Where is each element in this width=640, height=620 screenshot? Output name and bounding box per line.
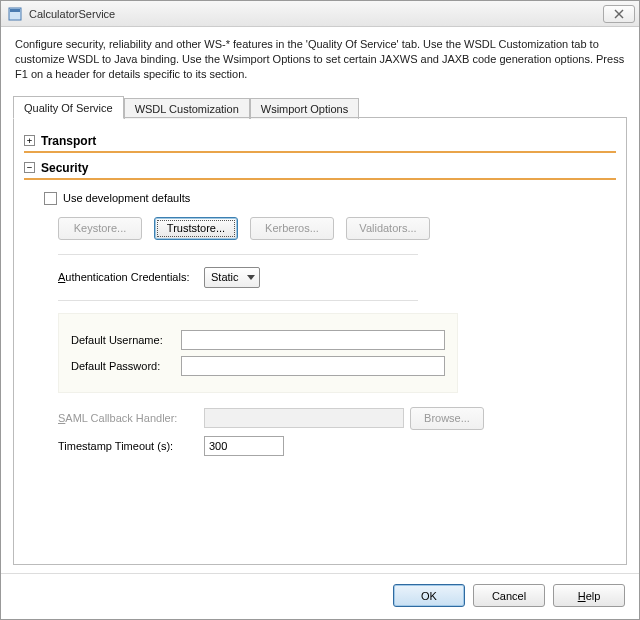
tab-quality-of-service[interactable]: Quality Of Service (13, 96, 124, 119)
section-transport-header[interactable]: + Transport (24, 134, 616, 148)
credentials-box: Default Username: Default Password: (58, 313, 458, 393)
section-transport-title: Transport (41, 134, 96, 148)
ok-button[interactable]: OK (393, 584, 465, 607)
tab-wsimport-options[interactable]: Wsimport Options (250, 98, 359, 119)
default-username-input[interactable] (181, 330, 445, 350)
auth-credentials-label: Authentication Credentials: (58, 271, 198, 283)
cancel-button[interactable]: Cancel (473, 584, 545, 607)
default-username-label: Default Username: (71, 334, 175, 346)
section-security-title: Security (41, 161, 88, 175)
close-icon (613, 9, 625, 19)
validators-button[interactable]: Validators... (346, 217, 430, 240)
app-icon (7, 6, 23, 22)
dialog-footer: OK Cancel Help (1, 573, 639, 619)
window-title: CalculatorService (29, 8, 115, 20)
timeout-input[interactable] (204, 436, 284, 456)
use-defaults-label: Use development defaults (63, 192, 190, 204)
auth-credentials-group: Authentication Credentials: Static (58, 254, 418, 301)
titlebar: CalculatorService (1, 1, 639, 27)
tab-panel: + Transport − Security Use development d… (13, 118, 627, 565)
close-button[interactable] (603, 5, 635, 23)
help-button[interactable]: Help (553, 584, 625, 607)
collapse-icon[interactable]: − (24, 162, 35, 173)
tab-wsdl-customization[interactable]: WSDL Customization (124, 98, 250, 119)
default-password-label: Default Password: (71, 360, 175, 372)
divider (24, 178, 616, 180)
security-buttons-row: Keystore... Truststore... Kerberos... Va… (58, 217, 610, 240)
dialog: CalculatorService Configure security, re… (0, 0, 640, 620)
browse-button[interactable]: Browse... (410, 407, 484, 430)
timeout-label: Timestamp Timeout (s): (58, 440, 198, 452)
auth-credentials-value: Static (211, 271, 239, 283)
svg-rect-1 (10, 9, 20, 12)
auth-credentials-select[interactable]: Static (204, 267, 260, 288)
saml-label: SAML Callback Handler: (58, 412, 198, 424)
keystore-button[interactable]: Keystore... (58, 217, 142, 240)
saml-row: SAML Callback Handler: Browse... (58, 407, 610, 430)
use-defaults-row: Use development defaults (44, 192, 610, 205)
tab-bar: Quality Of Service WSDL Customization Ws… (1, 94, 639, 118)
divider (24, 151, 616, 153)
section-security-header[interactable]: − Security (24, 161, 616, 175)
expand-icon[interactable]: + (24, 135, 35, 146)
kerberos-button[interactable]: Kerberos... (250, 217, 334, 240)
description-text: Configure security, reliability and othe… (1, 27, 639, 94)
timeout-row: Timestamp Timeout (s): (58, 436, 610, 456)
chevron-down-icon (247, 275, 255, 280)
use-defaults-checkbox[interactable] (44, 192, 57, 205)
default-password-input[interactable] (181, 356, 445, 376)
saml-input (204, 408, 404, 428)
section-security-body: Use development defaults Keystore... Tru… (24, 188, 616, 468)
truststore-button[interactable]: Truststore... (154, 217, 238, 240)
